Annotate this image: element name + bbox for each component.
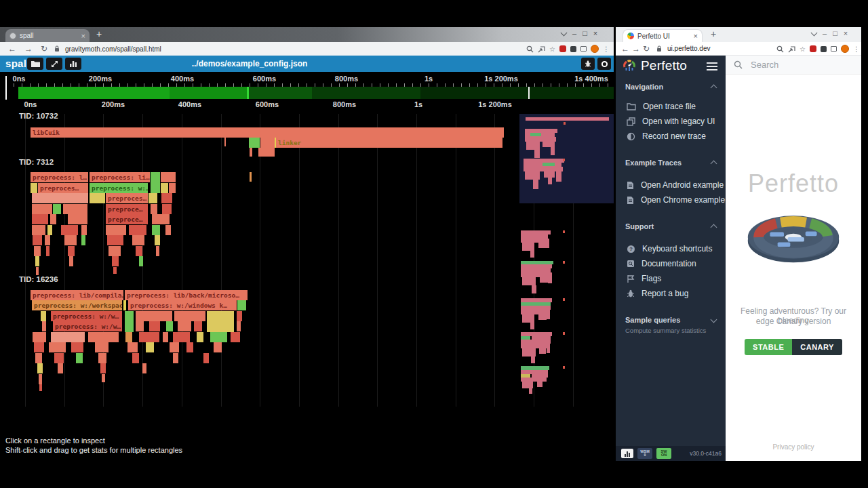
url-text[interactable]: gravitymoth.com/spall/spall.html [65, 45, 161, 53]
measure-tool-button[interactable] [46, 58, 62, 70]
flame-bar[interactable] [139, 332, 159, 342]
flame-bar[interactable] [42, 321, 46, 331]
menu-kebab-icon[interactable]: ⋮ [853, 45, 860, 53]
flame-bar[interactable] [161, 183, 168, 193]
sidebar-item-flags[interactable]: Flags [616, 271, 726, 286]
reload-button[interactable]: ↻ [41, 44, 47, 54]
canary-button[interactable]: CANARY [792, 339, 842, 355]
flame-bar[interactable] [152, 214, 170, 224]
flame-bar[interactable] [113, 267, 117, 274]
flame-bar[interactable] [125, 332, 132, 342]
flame-bar[interactable] [125, 311, 134, 332]
flame-bar[interactable] [170, 342, 179, 352]
flame-bar[interactable]: preproce… [106, 204, 148, 214]
flame-bar[interactable] [127, 342, 138, 352]
flame-bar[interactable]: preproces… [106, 193, 148, 203]
flame-bar[interactable]: preproces… [38, 183, 88, 193]
back-button[interactable]: ← [621, 44, 629, 54]
maximize-button[interactable]: □ [583, 29, 587, 37]
flame-bar[interactable]: preprocess: lib/compila… [31, 290, 123, 300]
flame-bar[interactable] [108, 246, 121, 256]
flame-bar[interactable] [210, 332, 227, 342]
menu-kebab-icon[interactable]: ⋮ [603, 45, 610, 53]
flame-bar[interactable] [102, 374, 105, 382]
flame-bar[interactable] [173, 353, 178, 363]
chevron-down-icon[interactable] [561, 29, 568, 36]
chevron-down-icon[interactable] [811, 29, 818, 36]
flame-bar[interactable] [35, 256, 39, 266]
flame-bar[interactable] [166, 321, 173, 331]
flame-bar[interactable] [32, 214, 48, 224]
flame-bar[interactable] [39, 384, 42, 391]
sidebar-item-open-chrome-example[interactable]: Open Chrome example [616, 192, 726, 207]
search-input[interactable] [749, 59, 847, 70]
flame-bar[interactable] [149, 321, 160, 331]
flame-bar[interactable] [45, 235, 50, 245]
flame-bar[interactable] [152, 225, 160, 235]
flame-bar[interactable] [136, 246, 142, 256]
minimize-button[interactable]: – [823, 29, 827, 37]
flame-bar[interactable] [161, 193, 172, 203]
flame-bar[interactable] [250, 148, 252, 157]
flame-bar[interactable] [63, 204, 87, 214]
side-panel-icon[interactable] [831, 46, 837, 52]
open-file-button[interactable] [27, 58, 43, 70]
chevron-up-icon[interactable] [711, 85, 717, 92]
flame-bar[interactable] [35, 353, 42, 363]
flame-bar[interactable]: preprocess: l… [31, 172, 88, 182]
flame-bar[interactable] [237, 300, 246, 310]
extensions-icon[interactable] [570, 46, 576, 52]
playhead-marker[interactable] [5, 76, 7, 100]
flame-bar[interactable]: preproce… [106, 214, 148, 224]
flame-bar[interactable] [149, 193, 157, 203]
flame-bar[interactable] [203, 353, 209, 363]
settings-button[interactable] [597, 58, 611, 70]
flame-bar[interactable] [173, 332, 190, 342]
flame-bar[interactable] [33, 332, 46, 342]
flame-bar[interactable]: linker [276, 138, 502, 148]
report-bug-button[interactable] [581, 58, 595, 70]
sidebar-item-record-new-trace[interactable]: Record new trace [616, 129, 726, 144]
metrics-badge[interactable] [621, 449, 633, 458]
flame-bar[interactable] [58, 363, 63, 373]
flame-bar[interactable] [61, 225, 78, 235]
chevron-up-icon[interactable] [711, 224, 717, 231]
flame-bar[interactable] [169, 183, 176, 193]
close-button[interactable]: × [844, 29, 848, 37]
tab-close-icon[interactable]: × [81, 32, 85, 40]
sidebar-item-open-android-example[interactable]: Open Android example [616, 178, 726, 192]
profile-avatar[interactable] [591, 45, 599, 53]
flame-bar[interactable]: preprocess: w:/w… [51, 311, 122, 321]
flame-bar[interactable] [156, 246, 159, 256]
sidebar-item-open-trace-file[interactable]: Open trace file [616, 99, 726, 114]
flame-bar[interactable] [98, 353, 106, 363]
flame-bar[interactable] [142, 363, 146, 373]
flame-bar[interactable] [151, 172, 160, 193]
flame-bar[interactable] [76, 353, 83, 363]
flame-bar[interactable] [178, 321, 191, 331]
left-tab-spall[interactable]: spall × [5, 29, 90, 42]
flame-bar[interactable] [53, 204, 61, 214]
flame-bar[interactable] [64, 235, 77, 245]
back-button[interactable]: ← [8, 44, 16, 54]
flame-bar[interactable] [249, 138, 260, 148]
flame-bar[interactable] [39, 374, 42, 384]
flame-bar[interactable] [47, 225, 52, 235]
flame-bar[interactable] [71, 342, 83, 352]
flame-bar[interactable] [146, 342, 154, 352]
flame-bar[interactable] [129, 225, 146, 235]
flame-bar[interactable] [161, 172, 176, 182]
flame-bar[interactable]: preprocess: w:… [90, 183, 148, 193]
adblock-extension-icon[interactable] [559, 45, 566, 52]
tab-close-icon[interactable]: × [694, 32, 698, 40]
flame-bar[interactable] [123, 300, 126, 310]
right-tab-perfetto[interactable]: Perfetto UI × [623, 29, 703, 42]
zoom-icon[interactable] [526, 45, 534, 53]
flame-bar[interactable] [260, 138, 275, 148]
zoom-icon[interactable] [776, 45, 784, 53]
flame-bar[interactable] [81, 225, 87, 235]
flame-bar[interactable] [106, 225, 126, 235]
profile-avatar[interactable] [841, 45, 849, 53]
flame-bar[interactable] [54, 353, 64, 363]
flame-bar[interactable] [31, 183, 37, 193]
